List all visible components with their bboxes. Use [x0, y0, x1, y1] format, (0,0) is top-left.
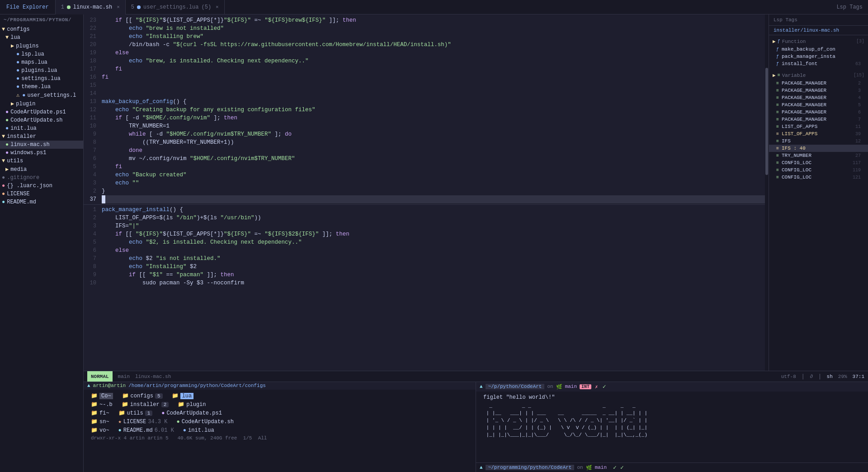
tree-item-windows-ps1[interactable]: ● windows.ps1 [0, 149, 83, 157]
var-icon: ≡ [776, 103, 779, 108]
lsp-var-ifs-40[interactable]: ≡ IFS : 40 [769, 145, 868, 152]
tree-item-codeartupdate-sh[interactable]: ● CodeArtUpdate.sh [0, 116, 83, 124]
pane2-path-badge: ~/p/python/CodeArt [486, 384, 545, 389]
file-explorer-sidebar: ~/programming/python/ ▼ configs ▼ lua ▶ … [0, 14, 84, 472]
lsp-var-pkg-mgr-2[interactable]: ≡ PACKAGE_MANAGER 2 [769, 80, 868, 87]
code-line-18: 18 echo "brew, is installed. Checking ne… [84, 57, 769, 65]
folder-icon-co: 📁 [91, 392, 98, 399]
code-line-22: 22 echo "brew is not installed" [84, 24, 769, 33]
var-icon: ≡ [776, 95, 779, 100]
lua-file-icon: ● [16, 59, 19, 66]
filename-status: linux-mac.sh [135, 374, 171, 379]
file-row-4: 📁 sn~ ★ LICENSE 34.3 K ● CodeArtUpdate.s… [87, 417, 472, 426]
tree-item-gitignore[interactable]: ● .gitignore [0, 174, 83, 182]
tree-item-license[interactable]: ● LICENSE [0, 190, 83, 198]
tree-item-settings-lua[interactable]: ● settings.lua [0, 75, 83, 83]
tree-item-readme-md[interactable]: ● README.md [0, 198, 83, 206]
terminal-pane-1-header: ▲ artin@artin /home/artin/programming/py… [84, 382, 476, 390]
tree-item-linux-mac-sh[interactable]: ● linux-mac.sh [0, 141, 83, 149]
lsp-fn-make-backup[interactable]: ƒ make_backup_of_con [769, 46, 868, 53]
tree-item-media[interactable]: ▶ media [0, 165, 83, 174]
code-line-2: 2 } [84, 187, 769, 195]
code-line-17: 17 fi [84, 65, 769, 73]
tree-item-lsp-lua[interactable]: ● lsp.lua [0, 50, 83, 58]
tree-item-plugins-lua[interactable]: ● plugins.lua [0, 66, 83, 75]
lsp-var-config-loc-117[interactable]: ≡ CONFIG_LOC 117 [769, 159, 868, 166]
pane2-branch-icon-1: 🌿 [556, 384, 562, 390]
terminal-status-bar: drwxr-xr-x 4 artin artin 5 40.6K sum, 24… [87, 434, 472, 442]
lsp-tags-title: Lsp Tags [831, 4, 868, 10]
tree-item-lua[interactable]: ▼ lua [0, 33, 83, 42]
tree-item-plugin[interactable]: ▶ plugin [0, 99, 83, 108]
tab-close-5[interactable]: × [216, 5, 219, 10]
sh-file-icon: ● [5, 117, 9, 123]
code-line-b8: 8 echo "Installing" $2 [84, 263, 769, 271]
editor-scrollbar[interactable] [765, 14, 769, 371]
editor-area: 23 if [[ "${IFS}"${LIST_OF_APPS[*]}"${IF… [84, 14, 868, 472]
lsp-var-list-apps-39[interactable]: ≡ LIST_OF_APPS 39 [769, 130, 868, 137]
lsp-var-pkg-mgr-7[interactable]: ≡ PACKAGE_MANAGER 7 [769, 116, 868, 123]
separator-1: │ [802, 374, 805, 379]
pane2-on-text-2: on [577, 465, 583, 470]
folder-open-icon: ▼ [2, 26, 5, 33]
pane1-prompt-arrow: ▲ [87, 383, 90, 388]
folder-icon-lua: 📁 [172, 392, 179, 399]
fn-icon: ƒ [776, 61, 779, 66]
function-kind-icon: ƒ [778, 39, 780, 44]
file-row-3: 📁 fi~ 📁 utils 1 ● CodeArtUpdate.ps1 [87, 409, 472, 417]
tab-close-1[interactable]: × [117, 5, 120, 10]
code-line-20: 20 /bin/bash -c "$(curl -fsSL https://ra… [84, 41, 769, 49]
code-editor[interactable]: 23 if [[ "${IFS}"${LIST_OF_APPS[*]}"${IF… [84, 14, 769, 371]
variable-expand-icon: ▶ [773, 72, 776, 78]
lsp-var-pkg-mgr-5[interactable]: ≡ PACKAGE_MANAGER 5 [769, 101, 868, 109]
tree-item-init-lua[interactable]: ● init.lua [0, 124, 83, 132]
folder-icon: ▼ [2, 158, 5, 164]
var-icon: ≡ [776, 110, 779, 115]
pane2-path-badge-2: ~/programming/python/CodeArt [486, 465, 575, 470]
tree-item-user-settings[interactable]: ⚠ ● user_settings.l [0, 91, 83, 99]
ps1-file-icon: ● [5, 109, 9, 115]
terminal-pane-1-body: 📁 Co~ 📁 configs 5 📁 lua [84, 390, 476, 472]
code-line-b4: 4 if [[ "${IFS}"${LIST_OF_APPS[*]}"${IFS… [84, 230, 769, 238]
tree-item-theme-lua[interactable]: ● theme.lua [0, 83, 83, 91]
tab-file-explorer[interactable]: File Explorer [0, 0, 56, 14]
tree-item-configs[interactable]: ▼ configs [0, 25, 83, 33]
terminal-pane-1[interactable]: ▲ artin@artin /home/artin/programming/py… [84, 382, 476, 472]
pane2-int-badge: INT [580, 384, 591, 389]
tab-filename-5: user_settings.lua [143, 4, 198, 10]
lsp-var-ifs-12[interactable]: ≡ IFS 12 [769, 137, 868, 145]
lsp-var-pkg-mgr-3[interactable]: ≡ PACKAGE_MANAGER 3 [769, 87, 868, 94]
terminal-pane-2[interactable]: ▲ ~/p/python/CodeArt on 🌿 main INT ✗ ✓ f… [476, 382, 868, 472]
lsp-var-config-loc-121[interactable]: ≡ CONFIG_LOC 121 [769, 174, 868, 181]
code-line-19: 19 else [84, 49, 769, 57]
license-file-icon: ● [2, 191, 5, 197]
code-line-3: 3 echo "" [84, 179, 769, 187]
tab-linux-mac-sh[interactable]: 1 linux-mac.sh × [56, 0, 126, 14]
tree-item-utils[interactable]: ▼ utils [0, 157, 83, 165]
tree-item-codeartupdate-ps1[interactable]: ● CodeArtUpdate.ps1 [0, 108, 83, 116]
lsp-var-pkg-mgr-6[interactable]: ≡ PACKAGE_MANAGER 6 [769, 109, 868, 116]
tab-user-settings-lua[interactable]: 5 user_settings.lua (5) × [126, 0, 225, 14]
position-status: 37:1 [853, 374, 864, 379]
tree-item-maps-lua[interactable]: ● maps.lua [0, 58, 83, 66]
ps1-file-icon: ● [5, 150, 9, 156]
lsp-fn-pack-manager[interactable]: ƒ pack_manager_insta [769, 53, 868, 60]
tree-item-installer[interactable]: ▼ installer [0, 132, 83, 141]
pane1-user: artin@artin [93, 383, 126, 388]
code-line-11: 11 if [ -d "$HOME/.config/nvim" ]; then [84, 114, 769, 122]
tree-item-plugins[interactable]: ▶ plugins [0, 42, 83, 50]
bottom-panel: ▲ artin@artin /home/artin/programming/py… [84, 382, 868, 472]
lsp-var-try-number-27[interactable]: ≡ TRY_NUMBER 27 [769, 152, 868, 159]
lsp-fn-install-font[interactable]: ƒ install_font 63 [769, 60, 868, 67]
lsp-var-config-loc-119[interactable]: ≡ CONFIG_LOC 119 [769, 166, 868, 174]
lsp-var-list-apps-11[interactable]: ≡ LIST_OF_APPS 11 [769, 123, 868, 130]
tab-index-5: 5 [131, 4, 134, 10]
lsp-variable-section: ▶ ≡ Variable [15] ≡ PACKAGE_MANAGER 2 ≡ … [769, 69, 868, 183]
tab-count-5: (5) [201, 4, 211, 10]
lsp-var-pkg-mgr-4[interactable]: ≡ PACKAGE_MANAGER 4 [769, 94, 868, 101]
lua-icon: ● [183, 427, 186, 434]
scrollbar-thumb [765, 68, 768, 175]
tree-item-luarc-json[interactable]: ● {} .luarc.json [0, 182, 83, 190]
json-file-icon: ● [2, 183, 5, 189]
folder-icon-fi: 📁 [91, 410, 98, 416]
